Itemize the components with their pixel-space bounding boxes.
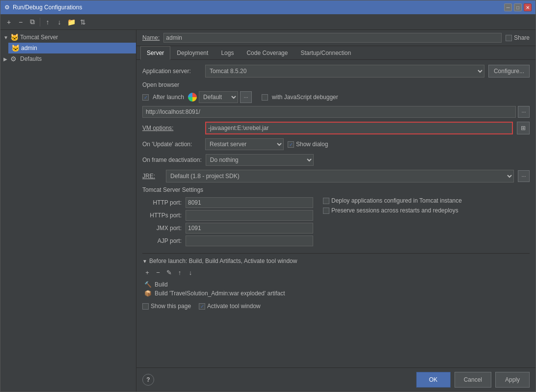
update-action-label: On 'Update' action:: [142, 141, 201, 148]
app-server-row: Application server: Tomcat 8.5.20 Config…: [142, 65, 530, 78]
configure-button[interactable]: Configure...: [488, 65, 530, 78]
tomcat-icon: 🐱: [10, 33, 18, 41]
frame-deactivation-select[interactable]: Do nothing: [206, 154, 314, 166]
tab-code-coverage[interactable]: Code Coverage: [240, 46, 294, 59]
show-page-checkbox[interactable]: [142, 303, 149, 310]
sidebar-item-defaults[interactable]: ▶ ⚙ Defaults: [0, 53, 136, 64]
preserve-sessions-row: Preserve sessions across restarts and re…: [323, 207, 530, 214]
tab-logs[interactable]: Logs: [214, 46, 240, 59]
url-more-button[interactable]: ···: [518, 106, 530, 118]
move-down-button[interactable]: ↓: [54, 17, 65, 27]
title-bar-left: ⚙ Run/Debug Configurations: [4, 4, 82, 11]
add-config-button[interactable]: +: [3, 17, 14, 27]
https-port-input[interactable]: [186, 210, 313, 221]
ajp-port-input[interactable]: [186, 235, 313, 246]
tomcat-children: 🐱 admin: [8, 43, 136, 53]
url-input[interactable]: [142, 106, 516, 118]
before-launch-remove-button[interactable]: −: [153, 267, 163, 277]
activate-tool-checkbox[interactable]: [199, 303, 205, 310]
build-icon: 🔨: [144, 281, 152, 288]
apply-button[interactable]: Apply: [495, 372, 530, 388]
tomcat-server-label: Tomcat Server: [20, 34, 133, 41]
folder-button[interactable]: 📁: [66, 17, 77, 27]
ok-button[interactable]: OK: [416, 372, 451, 388]
js-debugger-label: with JavaScript debugger: [272, 94, 338, 101]
window-icon: ⚙: [4, 4, 10, 11]
build-item-artifact: 📦 Build 'TravelSolution_Admin:war explod…: [144, 289, 530, 298]
jmx-port-label: JMX port:: [142, 225, 182, 232]
ports-section: HTTP port: HTTPs port: JMX port: AJ: [142, 197, 530, 248]
before-launch-label: Before launch: Build, Build Artifacts, A…: [149, 258, 297, 264]
toolbar-separator: [40, 18, 40, 26]
share-label: Share: [514, 34, 530, 41]
tab-startup-connection[interactable]: Startup/Connection: [294, 46, 357, 59]
name-input[interactable]: [163, 33, 502, 43]
url-row: ···: [142, 106, 530, 118]
remove-config-button[interactable]: −: [15, 17, 26, 27]
before-launch-section: ▼ Before launch: Build, Build Artifacts,…: [142, 253, 530, 298]
before-launch-arrow-icon[interactable]: ▼: [142, 259, 147, 264]
tomcat-settings-label: Tomcat Server Settings: [142, 186, 530, 193]
admin-label: admin: [21, 45, 133, 52]
show-page-label: Show this page: [151, 303, 191, 310]
defaults-arrow-icon: ▶: [3, 56, 8, 62]
close-button[interactable]: ✕: [524, 3, 532, 11]
js-debugger-checkbox[interactable]: [262, 94, 268, 101]
browser-select[interactable]: Default: [199, 91, 238, 103]
activate-tool-row: Activate tool window: [199, 303, 261, 310]
ajp-port-label: AJP port:: [142, 237, 182, 244]
ajp-port-row: AJP port:: [142, 235, 313, 246]
sort-button[interactable]: ⇅: [78, 17, 88, 27]
jre-label: JRE:: [142, 173, 162, 180]
open-browser-row: After launch Default ··· with JavaScript…: [142, 91, 530, 103]
admin-icon: 🐱: [11, 44, 19, 52]
show-dialog-label: Show dialog: [296, 141, 328, 148]
build-item-build: 🔨 Build: [144, 280, 530, 289]
bottom-options: Show this page Activate tool window: [142, 303, 530, 310]
share-area: Share: [506, 34, 530, 41]
before-launch-edit-button[interactable]: ✎: [164, 267, 174, 277]
tab-deployment[interactable]: Deployment: [170, 46, 214, 59]
before-launch-down-button[interactable]: ↓: [186, 267, 195, 277]
jmx-port-row: JMX port:: [142, 223, 313, 234]
update-action-select[interactable]: Restart server: [205, 138, 284, 150]
deploy-apps-checkbox[interactable]: [323, 198, 329, 204]
jmx-port-input[interactable]: [186, 223, 313, 234]
sidebar-item-admin[interactable]: 🐱 admin: [8, 43, 136, 53]
http-port-input[interactable]: [186, 197, 313, 208]
main-toolbar: + − ⧉ ↑ ↓ 📁 ⇅: [0, 14, 536, 30]
defaults-label: Defaults: [20, 55, 133, 62]
jre-select[interactable]: Default (1.8 - project SDK): [166, 170, 514, 183]
tab-server[interactable]: Server: [140, 46, 170, 60]
activate-tool-label: Activate tool window: [207, 303, 261, 310]
show-dialog-checkbox[interactable]: [288, 141, 294, 148]
jre-more-button[interactable]: ···: [518, 170, 530, 182]
copy-config-button[interactable]: ⧉: [27, 17, 38, 27]
browser-select-row: Default ···: [188, 91, 252, 103]
cancel-button[interactable]: Cancel: [455, 372, 491, 388]
before-launch-up-button[interactable]: ↑: [175, 267, 185, 277]
preserve-sessions-label: Preserve sessions across restarts and re…: [331, 207, 458, 214]
share-checkbox[interactable]: [506, 35, 512, 41]
vm-expand-button[interactable]: ⊞: [517, 122, 530, 134]
move-up-button[interactable]: ↑: [42, 17, 53, 27]
after-launch-label: After launch: [153, 94, 184, 101]
bottom-bar: ? OK Cancel Apply: [136, 367, 536, 392]
name-row: Name: Share: [136, 30, 536, 46]
help-button[interactable]: ?: [142, 374, 154, 386]
browser-more-button[interactable]: ···: [240, 91, 252, 103]
show-dialog-row: Show dialog: [288, 141, 328, 148]
vm-options-input[interactable]: [205, 122, 513, 134]
update-action-row: On 'Update' action: Restart server Show …: [142, 138, 530, 150]
preserve-sessions-checkbox[interactable]: [323, 208, 329, 214]
defaults-icon: ⚙: [10, 55, 18, 63]
app-server-select[interactable]: Tomcat 8.5.20: [205, 65, 484, 78]
deploy-apps-label: Deploy applications configured in Tomcat…: [331, 197, 462, 204]
frame-deactivation-row: On frame deactivation: Do nothing: [142, 154, 530, 166]
minimize-button[interactable]: ─: [504, 3, 512, 11]
maximize-button[interactable]: □: [514, 3, 522, 11]
before-launch-add-button[interactable]: +: [142, 267, 152, 277]
right-panel: Name: Share Server Deployment Logs Code …: [136, 30, 536, 392]
after-launch-checkbox[interactable]: [142, 94, 149, 101]
sidebar-item-tomcat-server[interactable]: ▼ 🐱 Tomcat Server: [0, 32, 136, 43]
